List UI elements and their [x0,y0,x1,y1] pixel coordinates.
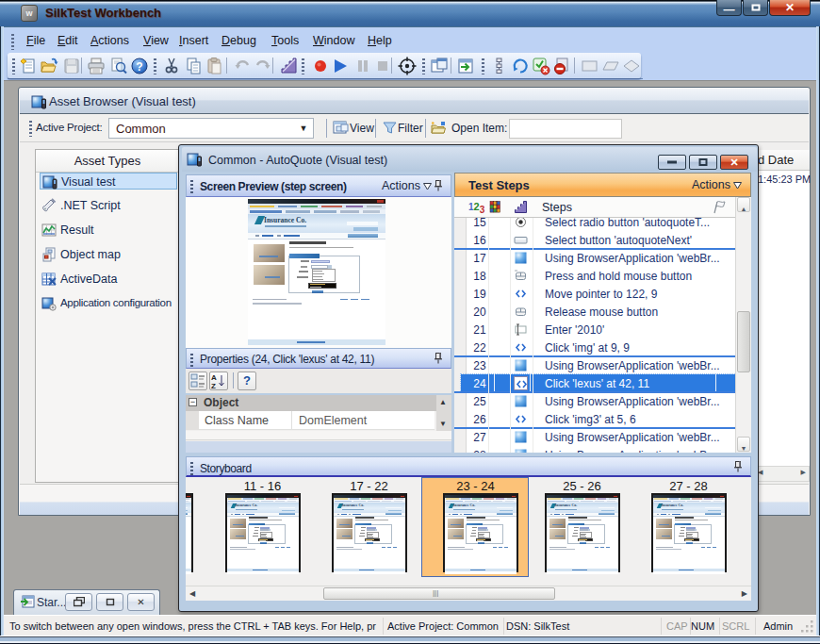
svg-text:?: ? [136,60,142,74]
svg-text:Z: Z [211,382,216,389]
svg-text:A: A [211,373,217,382]
